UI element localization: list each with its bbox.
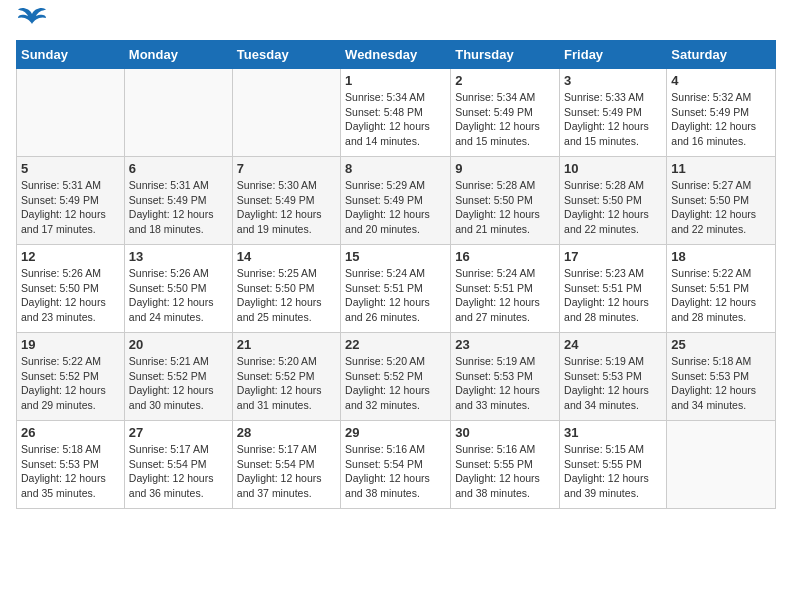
day-number: 6 (129, 161, 228, 176)
day-info: Sunrise: 5:20 AM Sunset: 5:52 PM Dayligh… (237, 354, 336, 413)
calendar-day-cell: 3Sunrise: 5:33 AM Sunset: 5:49 PM Daylig… (560, 69, 667, 157)
day-number: 8 (345, 161, 446, 176)
day-info: Sunrise: 5:33 AM Sunset: 5:49 PM Dayligh… (564, 90, 662, 149)
calendar-day-cell (124, 69, 232, 157)
day-info: Sunrise: 5:22 AM Sunset: 5:52 PM Dayligh… (21, 354, 120, 413)
calendar-day-cell: 11Sunrise: 5:27 AM Sunset: 5:50 PM Dayli… (667, 157, 776, 245)
day-info: Sunrise: 5:23 AM Sunset: 5:51 PM Dayligh… (564, 266, 662, 325)
day-of-week-header: Sunday (17, 41, 125, 69)
calendar-day-cell: 10Sunrise: 5:28 AM Sunset: 5:50 PM Dayli… (560, 157, 667, 245)
calendar-week-row: 19Sunrise: 5:22 AM Sunset: 5:52 PM Dayli… (17, 333, 776, 421)
day-info: Sunrise: 5:18 AM Sunset: 5:53 PM Dayligh… (21, 442, 120, 501)
calendar-day-cell: 12Sunrise: 5:26 AM Sunset: 5:50 PM Dayli… (17, 245, 125, 333)
calendar-day-cell: 1Sunrise: 5:34 AM Sunset: 5:48 PM Daylig… (341, 69, 451, 157)
page-header (16, 16, 776, 28)
day-info: Sunrise: 5:28 AM Sunset: 5:50 PM Dayligh… (455, 178, 555, 237)
day-number: 25 (671, 337, 771, 352)
day-info: Sunrise: 5:16 AM Sunset: 5:55 PM Dayligh… (455, 442, 555, 501)
day-number: 9 (455, 161, 555, 176)
day-info: Sunrise: 5:15 AM Sunset: 5:55 PM Dayligh… (564, 442, 662, 501)
day-number: 18 (671, 249, 771, 264)
day-number: 23 (455, 337, 555, 352)
day-number: 24 (564, 337, 662, 352)
day-number: 31 (564, 425, 662, 440)
day-info: Sunrise: 5:22 AM Sunset: 5:51 PM Dayligh… (671, 266, 771, 325)
day-info: Sunrise: 5:30 AM Sunset: 5:49 PM Dayligh… (237, 178, 336, 237)
calendar-day-cell (17, 69, 125, 157)
calendar-day-cell: 13Sunrise: 5:26 AM Sunset: 5:50 PM Dayli… (124, 245, 232, 333)
calendar-day-cell: 14Sunrise: 5:25 AM Sunset: 5:50 PM Dayli… (232, 245, 340, 333)
day-number: 17 (564, 249, 662, 264)
day-info: Sunrise: 5:18 AM Sunset: 5:53 PM Dayligh… (671, 354, 771, 413)
calendar-day-cell: 15Sunrise: 5:24 AM Sunset: 5:51 PM Dayli… (341, 245, 451, 333)
calendar-day-cell: 5Sunrise: 5:31 AM Sunset: 5:49 PM Daylig… (17, 157, 125, 245)
calendar-header: SundayMondayTuesdayWednesdayThursdayFrid… (17, 41, 776, 69)
calendar-day-cell: 24Sunrise: 5:19 AM Sunset: 5:53 PM Dayli… (560, 333, 667, 421)
day-number: 14 (237, 249, 336, 264)
calendar-day-cell: 20Sunrise: 5:21 AM Sunset: 5:52 PM Dayli… (124, 333, 232, 421)
day-info: Sunrise: 5:31 AM Sunset: 5:49 PM Dayligh… (129, 178, 228, 237)
day-of-week-header: Monday (124, 41, 232, 69)
day-info: Sunrise: 5:19 AM Sunset: 5:53 PM Dayligh… (564, 354, 662, 413)
day-info: Sunrise: 5:34 AM Sunset: 5:48 PM Dayligh… (345, 90, 446, 149)
day-number: 16 (455, 249, 555, 264)
calendar-week-row: 1Sunrise: 5:34 AM Sunset: 5:48 PM Daylig… (17, 69, 776, 157)
bird-icon (18, 6, 46, 28)
calendar-body: 1Sunrise: 5:34 AM Sunset: 5:48 PM Daylig… (17, 69, 776, 509)
day-info: Sunrise: 5:29 AM Sunset: 5:49 PM Dayligh… (345, 178, 446, 237)
day-number: 19 (21, 337, 120, 352)
calendar-day-cell: 28Sunrise: 5:17 AM Sunset: 5:54 PM Dayli… (232, 421, 340, 509)
day-number: 12 (21, 249, 120, 264)
day-info: Sunrise: 5:20 AM Sunset: 5:52 PM Dayligh… (345, 354, 446, 413)
day-info: Sunrise: 5:24 AM Sunset: 5:51 PM Dayligh… (455, 266, 555, 325)
day-number: 30 (455, 425, 555, 440)
logo (16, 16, 46, 28)
day-info: Sunrise: 5:25 AM Sunset: 5:50 PM Dayligh… (237, 266, 336, 325)
day-number: 27 (129, 425, 228, 440)
day-number: 11 (671, 161, 771, 176)
calendar-day-cell: 26Sunrise: 5:18 AM Sunset: 5:53 PM Dayli… (17, 421, 125, 509)
day-number: 29 (345, 425, 446, 440)
calendar-day-cell: 23Sunrise: 5:19 AM Sunset: 5:53 PM Dayli… (451, 333, 560, 421)
calendar-day-cell: 18Sunrise: 5:22 AM Sunset: 5:51 PM Dayli… (667, 245, 776, 333)
calendar-day-cell: 31Sunrise: 5:15 AM Sunset: 5:55 PM Dayli… (560, 421, 667, 509)
day-number: 22 (345, 337, 446, 352)
day-number: 20 (129, 337, 228, 352)
calendar-day-cell (667, 421, 776, 509)
calendar-day-cell: 27Sunrise: 5:17 AM Sunset: 5:54 PM Dayli… (124, 421, 232, 509)
day-of-week-header: Friday (560, 41, 667, 69)
calendar-day-cell: 9Sunrise: 5:28 AM Sunset: 5:50 PM Daylig… (451, 157, 560, 245)
calendar-day-cell: 25Sunrise: 5:18 AM Sunset: 5:53 PM Dayli… (667, 333, 776, 421)
calendar-day-cell: 19Sunrise: 5:22 AM Sunset: 5:52 PM Dayli… (17, 333, 125, 421)
day-number: 13 (129, 249, 228, 264)
day-info: Sunrise: 5:24 AM Sunset: 5:51 PM Dayligh… (345, 266, 446, 325)
day-info: Sunrise: 5:27 AM Sunset: 5:50 PM Dayligh… (671, 178, 771, 237)
calendar-week-row: 5Sunrise: 5:31 AM Sunset: 5:49 PM Daylig… (17, 157, 776, 245)
day-number: 5 (21, 161, 120, 176)
calendar-day-cell: 6Sunrise: 5:31 AM Sunset: 5:49 PM Daylig… (124, 157, 232, 245)
day-number: 26 (21, 425, 120, 440)
day-number: 15 (345, 249, 446, 264)
day-number: 7 (237, 161, 336, 176)
calendar-day-cell: 2Sunrise: 5:34 AM Sunset: 5:49 PM Daylig… (451, 69, 560, 157)
calendar-day-cell: 17Sunrise: 5:23 AM Sunset: 5:51 PM Dayli… (560, 245, 667, 333)
calendar-day-cell: 16Sunrise: 5:24 AM Sunset: 5:51 PM Dayli… (451, 245, 560, 333)
day-info: Sunrise: 5:31 AM Sunset: 5:49 PM Dayligh… (21, 178, 120, 237)
calendar-week-row: 26Sunrise: 5:18 AM Sunset: 5:53 PM Dayli… (17, 421, 776, 509)
calendar-day-cell: 30Sunrise: 5:16 AM Sunset: 5:55 PM Dayli… (451, 421, 560, 509)
day-info: Sunrise: 5:26 AM Sunset: 5:50 PM Dayligh… (21, 266, 120, 325)
calendar-day-cell: 22Sunrise: 5:20 AM Sunset: 5:52 PM Dayli… (341, 333, 451, 421)
day-info: Sunrise: 5:21 AM Sunset: 5:52 PM Dayligh… (129, 354, 228, 413)
calendar-week-row: 12Sunrise: 5:26 AM Sunset: 5:50 PM Dayli… (17, 245, 776, 333)
day-info: Sunrise: 5:17 AM Sunset: 5:54 PM Dayligh… (237, 442, 336, 501)
calendar-day-cell: 21Sunrise: 5:20 AM Sunset: 5:52 PM Dayli… (232, 333, 340, 421)
day-number: 2 (455, 73, 555, 88)
day-number: 4 (671, 73, 771, 88)
day-info: Sunrise: 5:26 AM Sunset: 5:50 PM Dayligh… (129, 266, 228, 325)
day-number: 1 (345, 73, 446, 88)
day-info: Sunrise: 5:19 AM Sunset: 5:53 PM Dayligh… (455, 354, 555, 413)
calendar-day-cell: 4Sunrise: 5:32 AM Sunset: 5:49 PM Daylig… (667, 69, 776, 157)
day-number: 28 (237, 425, 336, 440)
header-row: SundayMondayTuesdayWednesdayThursdayFrid… (17, 41, 776, 69)
day-number: 10 (564, 161, 662, 176)
